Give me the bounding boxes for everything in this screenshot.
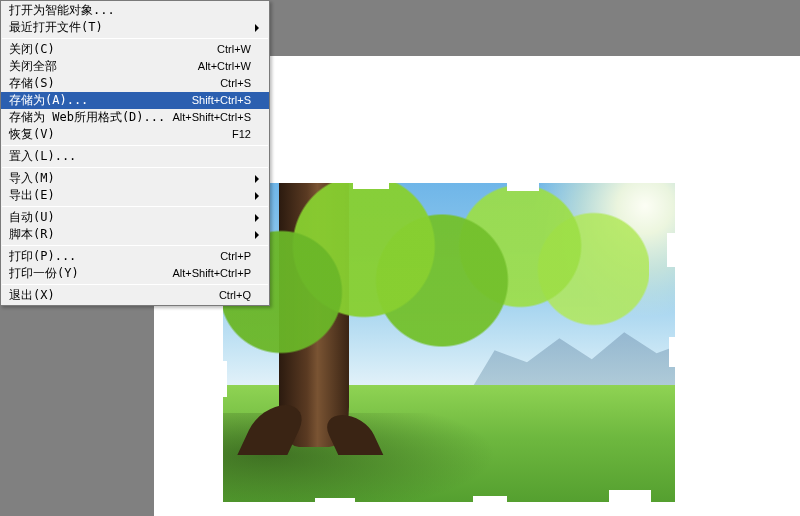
menu-item[interactable]: 最近打开文件(T)	[1, 19, 269, 36]
menu-item-shortcut: Ctrl+P	[220, 248, 251, 265]
menu-separator	[2, 145, 268, 146]
menu-item-label: 导出(E)	[9, 187, 55, 204]
menu-item[interactable]: 置入(L)...	[1, 148, 269, 165]
menu-item[interactable]: 退出(X)Ctrl+Q	[1, 287, 269, 304]
menu-item[interactable]: 打印一份(Y)Alt+Shift+Ctrl+P	[1, 265, 269, 282]
menu-separator	[2, 245, 268, 246]
menu-item[interactable]: 存储为(A)...Shift+Ctrl+S	[1, 92, 269, 109]
image-content	[209, 171, 689, 516]
menu-item-label: 打印一份(Y)	[9, 265, 79, 282]
menu-item-label: 存储为 Web所用格式(D)...	[9, 109, 165, 126]
menu-item[interactable]: 自动(U)	[1, 209, 269, 226]
menu-item-label: 脚本(R)	[9, 226, 55, 243]
menu-item[interactable]: 脚本(R)	[1, 226, 269, 243]
menu-item-shortcut: Ctrl+W	[217, 41, 251, 58]
menu-item-shortcut: F12	[232, 126, 251, 143]
menu-item[interactable]: 打印(P)...Ctrl+P	[1, 248, 269, 265]
menu-item-label: 导入(M)	[9, 170, 55, 187]
menu-item[interactable]: 存储(S)Ctrl+S	[1, 75, 269, 92]
file-context-menu[interactable]: 打开为智能对象...最近打开文件(T)关闭(C)Ctrl+W关闭全部Alt+Ct…	[0, 0, 270, 306]
menu-item-label: 存储为(A)...	[9, 92, 88, 109]
menu-item[interactable]: 恢复(V)F12	[1, 126, 269, 143]
menu-item-shortcut: Shift+Ctrl+S	[192, 92, 251, 109]
menu-item-label: 退出(X)	[9, 287, 55, 304]
menu-item-label: 存储(S)	[9, 75, 55, 92]
menu-item[interactable]: 打开为智能对象...	[1, 2, 269, 19]
menu-separator	[2, 38, 268, 39]
menu-item-label: 关闭全部	[9, 58, 57, 75]
menu-item-shortcut: Alt+Ctrl+W	[198, 58, 251, 75]
menu-item[interactable]: 导入(M)	[1, 170, 269, 187]
menu-item[interactable]: 存储为 Web所用格式(D)...Alt+Shift+Ctrl+S	[1, 109, 269, 126]
menu-item-label: 置入(L)...	[9, 148, 76, 165]
menu-item[interactable]: 关闭全部Alt+Ctrl+W	[1, 58, 269, 75]
menu-item[interactable]: 关闭(C)Ctrl+W	[1, 41, 269, 58]
menu-item-shortcut: Ctrl+Q	[219, 287, 251, 304]
menu-item-label: 关闭(C)	[9, 41, 55, 58]
menu-item-label: 恢复(V)	[9, 126, 55, 143]
menu-item-label: 自动(U)	[9, 209, 55, 226]
menu-separator	[2, 167, 268, 168]
menu-item-label: 打开为智能对象...	[9, 2, 115, 19]
menu-item-label: 打印(P)...	[9, 248, 76, 265]
menu-item-shortcut: Ctrl+S	[220, 75, 251, 92]
menu-item-shortcut: Alt+Shift+Ctrl+P	[172, 265, 251, 282]
menu-separator	[2, 206, 268, 207]
menu-item-label: 最近打开文件(T)	[9, 19, 103, 36]
menu-item-shortcut: Alt+Shift+Ctrl+S	[172, 109, 251, 126]
menu-item[interactable]: 导出(E)	[1, 187, 269, 204]
menu-separator	[2, 284, 268, 285]
